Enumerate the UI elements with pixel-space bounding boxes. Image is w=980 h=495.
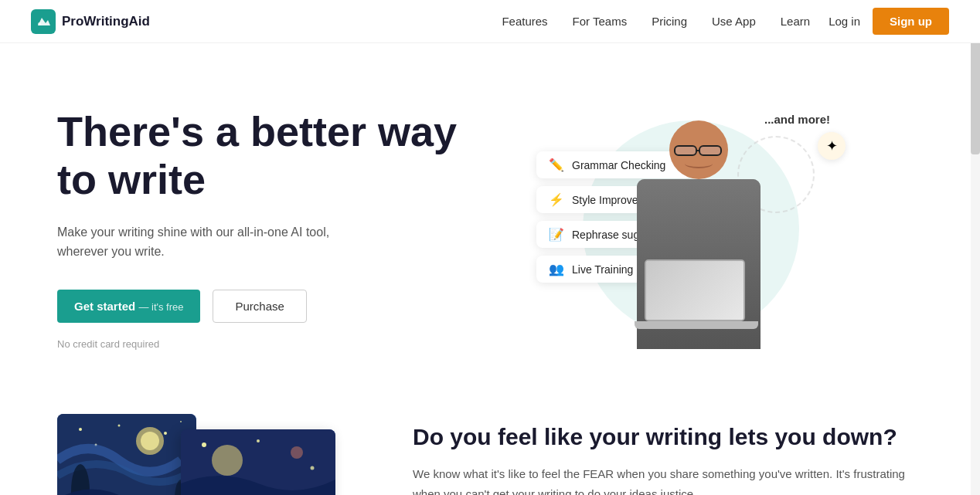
svg-point-13 — [291, 446, 303, 459]
logo-link[interactable]: ProWritingAid — [31, 9, 150, 34]
lower-body: We know what it's like to feel the FEAR … — [413, 464, 923, 495]
hero-section: There's a better way to write Make your … — [26, 43, 954, 398]
lower-left: My idea in my head — [57, 414, 351, 495]
svg-point-16 — [311, 466, 315, 470]
no-credit-card-note: No credit card required — [57, 338, 459, 350]
nav-auth: Log in Sign up — [829, 8, 949, 35]
svg-point-12 — [212, 445, 243, 476]
lower-section: My idea in my head Do you feel like your… — [26, 414, 954, 495]
image-card-back — [57, 414, 196, 495]
grammar-icon: ✏️ — [549, 158, 564, 172]
sparkle-icon: ✦ — [818, 132, 846, 160]
svg-point-5 — [180, 421, 182, 422]
logo-icon — [31, 9, 56, 34]
svg-point-15 — [257, 439, 260, 442]
hero-title: There's a better way to write — [57, 107, 459, 203]
hero-illustration: ...and more! ✦ — [544, 90, 838, 368]
nav-for-teams[interactable]: For Teams — [573, 15, 628, 28]
purchase-button[interactable]: Purchase — [213, 290, 306, 323]
nav-use-app[interactable]: Use App — [712, 15, 756, 28]
image-stack: My idea in my head — [57, 414, 351, 495]
svg-point-0 — [38, 22, 41, 25]
rephrase-icon: 📝 — [549, 227, 564, 242]
training-icon: 👥 — [549, 262, 564, 276]
get-started-button[interactable]: Get started — it's free — [57, 290, 200, 323]
hero-buttons: Get started — it's free Purchase — [57, 290, 459, 323]
lower-right: Do you feel like your writing lets you d… — [413, 414, 923, 495]
svg-point-2 — [79, 428, 82, 431]
nav-learn[interactable]: Learn — [781, 15, 810, 28]
hero-subtitle: Make your writing shine with our all-in-… — [57, 222, 366, 262]
logo-text: ProWritingAid — [62, 14, 150, 29]
login-button[interactable]: Log in — [829, 15, 860, 28]
svg-point-14 — [202, 442, 206, 447]
hero-left: There's a better way to write Make your … — [57, 107, 459, 349]
svg-point-4 — [164, 432, 167, 435]
nav-pricing[interactable]: Pricing — [652, 15, 687, 28]
image-card-front — [181, 429, 335, 495]
svg-point-8 — [141, 432, 159, 450]
style-icon: ⚡ — [549, 192, 564, 207]
scrollbar-track[interactable] — [971, 0, 980, 495]
svg-point-3 — [118, 425, 121, 427]
hero-right: ...and more! ✦ — [459, 90, 923, 368]
lower-heading: Do you feel like your writing lets you d… — [413, 422, 923, 452]
hero-person — [621, 120, 776, 368]
nav-features[interactable]: Features — [502, 15, 547, 28]
signup-button[interactable]: Sign up — [873, 8, 949, 35]
nav-links: Features For Teams Pricing Use App Learn — [502, 15, 810, 28]
navbar: ProWritingAid Features For Teams Pricing… — [0, 0, 980, 43]
